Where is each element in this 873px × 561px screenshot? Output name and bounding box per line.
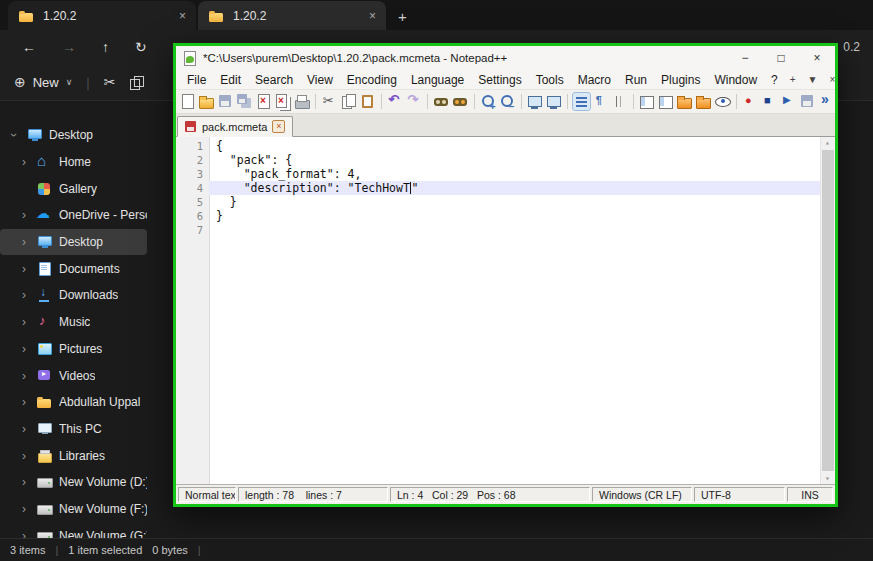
find-icon[interactable]	[433, 93, 450, 110]
sidebar-item-home[interactable]: ›Home	[0, 149, 147, 176]
copy-icon[interactable]	[340, 93, 357, 110]
stop-macro-icon[interactable]	[761, 93, 778, 110]
chevron-icon[interactable]: ›	[18, 208, 30, 222]
sidebar-item-desktop[interactable]: ›Desktop	[0, 229, 147, 256]
indent-guide-icon[interactable]	[611, 93, 628, 110]
folder-as-workspace-icon[interactable]	[676, 93, 693, 110]
sidebar-item-abdullah-uppal[interactable]: ›Abdullah Uppal	[0, 389, 147, 416]
chevron-icon[interactable]: ›	[18, 262, 30, 276]
code-line[interactable]: }	[209, 195, 821, 209]
up-icon[interactable]: ↑	[102, 39, 109, 55]
explorer-tab[interactable]: 1.20.2×	[198, 1, 386, 30]
function-list-icon[interactable]	[638, 93, 655, 110]
code-line[interactable]	[209, 223, 821, 237]
new-file-icon[interactable]	[179, 93, 196, 110]
address-bar-fragment[interactable]: 0.2	[843, 40, 860, 54]
menu-encoding[interactable]: Encoding	[340, 73, 404, 87]
play-macro-icon[interactable]	[780, 93, 797, 110]
paste-icon[interactable]	[359, 93, 376, 110]
close-icon[interactable]	[255, 93, 272, 110]
word-wrap-icon[interactable]	[573, 93, 590, 110]
menu-view[interactable]: View	[300, 73, 340, 87]
print-icon[interactable]	[293, 93, 310, 110]
chevron-icon[interactable]: ›	[18, 395, 30, 409]
code-line[interactable]: {	[209, 139, 821, 153]
npp-doc-dropdown-icon[interactable]: ▼	[803, 74, 823, 85]
new-button[interactable]: ⊕ New ∨	[14, 74, 72, 90]
chevron-icon[interactable]: ›	[18, 475, 30, 489]
menu-file[interactable]: File	[180, 73, 213, 87]
menu-edit[interactable]: Edit	[213, 73, 248, 87]
cut-icon[interactable]	[321, 93, 338, 110]
sidebar-item-downloads[interactable]: ›Downloads	[0, 282, 147, 309]
close-button[interactable]: ×	[799, 46, 835, 70]
npp-close-doc-icon[interactable]: ×	[825, 74, 841, 85]
show-all-characters-icon[interactable]	[592, 93, 609, 110]
chevron-icon[interactable]: ›	[18, 449, 30, 463]
code-line[interactable]: "description": "TechHowT"	[209, 181, 821, 195]
redo-icon[interactable]	[405, 93, 422, 110]
sidebar-item-documents[interactable]: ›Documents	[0, 255, 147, 282]
chevron-icon[interactable]: ›	[18, 342, 30, 356]
chevron-icon[interactable]: ›	[18, 422, 30, 436]
sidebar-item-gallery[interactable]: Gallery	[0, 175, 147, 202]
chevron-icon[interactable]: ›	[18, 369, 30, 383]
npp-new-doc-icon[interactable]: +	[785, 74, 801, 85]
scrollbar-thumb[interactable]	[822, 150, 834, 471]
menu-language[interactable]: Language	[404, 73, 471, 87]
open-file-icon[interactable]	[198, 93, 215, 110]
save-all-icon[interactable]	[236, 93, 253, 110]
npp-titlebar[interactable]: *C:\Users\purem\Desktop\1.20.2\pack.mcme…	[176, 46, 835, 70]
save-macro-icon[interactable]	[799, 93, 816, 110]
tab-close-icon[interactable]: ×	[369, 9, 376, 23]
sidebar-item-onedrive-personal[interactable]: ›OneDrive - Personal	[0, 202, 147, 229]
sync-horizontal-icon[interactable]	[545, 93, 562, 110]
tab-close-icon[interactable]: ×	[179, 9, 186, 23]
menu-macro[interactable]: Macro	[571, 73, 618, 87]
new-tab-button[interactable]: +	[398, 8, 407, 25]
monitoring-icon[interactable]	[714, 93, 731, 110]
menu-settings[interactable]: Settings	[471, 73, 528, 87]
npp-tab-close-icon[interactable]: ×	[272, 120, 285, 133]
zoom-in-icon[interactable]	[480, 93, 497, 110]
sidebar-item-libraries[interactable]: ›Libraries	[0, 442, 147, 469]
save-icon[interactable]	[217, 93, 234, 110]
copy-icon[interactable]	[129, 75, 144, 90]
document-list-icon[interactable]	[695, 93, 712, 110]
menu-search[interactable]: Search	[248, 73, 300, 87]
sync-vertical-icon[interactable]	[526, 93, 543, 110]
forward-icon[interactable]: →	[62, 39, 76, 55]
sidebar-item-pictures[interactable]: ›Pictures	[0, 336, 147, 363]
sidebar-item-videos[interactable]: ›Videos	[0, 362, 147, 389]
back-icon[interactable]: ←	[22, 39, 36, 55]
undo-icon[interactable]	[386, 93, 403, 110]
close-all-icon[interactable]	[274, 93, 291, 110]
record-macro-icon[interactable]	[742, 93, 759, 110]
sidebar-item-music[interactable]: ›Music	[0, 309, 147, 336]
minimize-button[interactable]: −	[727, 46, 763, 70]
chevron-icon[interactable]: ›	[18, 155, 30, 169]
refresh-icon[interactable]: ↻	[135, 39, 147, 55]
sidebar-item-new-volume-f[interactable]: ›New Volume (F:)	[0, 496, 147, 523]
vertical-scrollbar[interactable]	[820, 137, 835, 484]
code-line[interactable]: "pack": {	[209, 153, 821, 167]
sidebar-item-desktop[interactable]: ›Desktop	[0, 122, 147, 149]
menu-window[interactable]: Window	[707, 73, 764, 87]
maximize-button[interactable]: □	[763, 46, 799, 70]
menu-run[interactable]: Run	[618, 73, 654, 87]
cut-icon[interactable]: ✂	[104, 74, 116, 90]
sidebar-item-new-volume-g[interactable]: ›New Volume (G:)	[0, 522, 147, 539]
sidebar-item-this-pc[interactable]: ›This PC	[0, 416, 147, 443]
menu-plugins[interactable]: Plugins	[654, 73, 707, 87]
document-map-icon[interactable]	[657, 93, 674, 110]
menu-help[interactable]: ?	[764, 73, 785, 87]
chevron-icon[interactable]: ›	[18, 235, 30, 249]
zoom-out-icon[interactable]	[499, 93, 516, 110]
sidebar-item-new-volume-d[interactable]: ›New Volume (D:)	[0, 469, 147, 496]
code-line[interactable]: }	[209, 209, 821, 223]
menu-tools[interactable]: Tools	[529, 73, 571, 87]
run-macro-multiple-icon[interactable]	[818, 93, 835, 110]
chevron-icon[interactable]: ›	[18, 288, 30, 302]
npp-editor[interactable]: 1{2 "pack": {3 "pack_format": 4,4 "descr…	[176, 137, 835, 484]
chevron-icon[interactable]: ›	[18, 502, 30, 516]
